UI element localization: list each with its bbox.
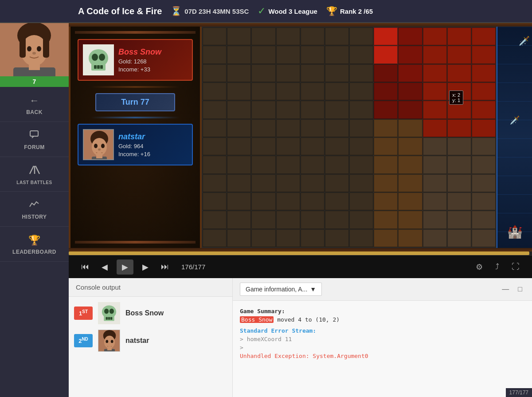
grid-cell [447, 174, 471, 192]
grid-cell [374, 138, 398, 155]
sidebar-item-forum[interactable]: FORUM [0, 122, 69, 157]
summary-player: Boss Snow [240, 316, 274, 323]
grid-cell [349, 229, 373, 247]
error-line: Unhandled Exception: System.Argument0 [240, 353, 525, 359]
step-back-button[interactable]: ◀ [98, 260, 111, 274]
grid-cell [203, 83, 227, 100]
sidebar-item-last-battles[interactable]: LAST BATTLES [0, 157, 69, 192]
grid-cell [423, 138, 447, 155]
grid-cell [349, 46, 373, 63]
svg-point-32 [110, 309, 114, 314]
grid-cell [203, 101, 227, 118]
game-grid [202, 27, 497, 248]
grid-tooltip: x: 2 y: 1 [449, 90, 463, 105]
game-screen: Boss Snow Gold: 1268 Income: +33 Turn 77 [69, 27, 532, 248]
console-player2-name: natstar [125, 337, 149, 345]
grid-cell [203, 28, 227, 45]
grid-cell [301, 229, 325, 247]
stderr-header: Standard Error Stream: [240, 327, 525, 334]
settings-icon[interactable]: ⚙ [472, 260, 486, 274]
league-label: Wood 3 League [268, 8, 317, 15]
grid-cell [251, 229, 275, 247]
grid-cell [203, 211, 227, 228]
grid-cell [447, 138, 471, 155]
grid-cell [349, 156, 373, 173]
grid-cell [398, 64, 422, 82]
player2-name: natstar [118, 132, 188, 142]
grid-cell [349, 119, 373, 137]
console-player-row-2: 2ND [74, 330, 227, 352]
console-header: Console output [69, 278, 232, 297]
sidebar: 7 [0, 23, 69, 397]
game-controls: ⏮ ◀ ▶ ▶ ⏭ 176/177 ⚙ ⤴ ⛶ [69, 255, 532, 278]
grid-cell [251, 46, 275, 63]
grid-cell [398, 156, 422, 173]
grid-cell [251, 119, 275, 137]
play-button[interactable]: ▶ [117, 259, 133, 275]
rank-label: Rank 2 /65 [340, 8, 373, 15]
grid-cell [374, 211, 398, 228]
svg-point-25 [101, 144, 105, 148]
battles-icon [29, 165, 40, 177]
grid-cell [447, 119, 471, 137]
svg-point-7 [32, 52, 36, 55]
grid-cell [301, 174, 325, 192]
grid-cell [203, 174, 227, 192]
grid-cell [398, 28, 422, 45]
deco-divider1 [91, 86, 180, 88]
console-player1-avatar [98, 302, 120, 324]
grid-cell [325, 46, 349, 63]
grid-cell [374, 64, 398, 82]
grid-cell [301, 119, 325, 137]
step-forward-button[interactable]: ▶ [139, 260, 152, 274]
grid-cell [325, 28, 349, 45]
sidebar-item-back[interactable]: ← BACK [0, 87, 69, 122]
grid-cell [349, 83, 373, 100]
player1-name: Boss Snow [118, 47, 188, 57]
avatar-image [0, 23, 69, 76]
game-info-title-button[interactable]: Game information, A... ▼ [240, 283, 322, 296]
grid-cell [374, 193, 398, 210]
svg-rect-34 [108, 317, 110, 320]
header-title: A Code of Ice & Fire [78, 6, 162, 16]
sidebar-avatar: 7 [0, 23, 69, 76]
maximize-button[interactable]: □ [515, 284, 525, 294]
player2-avatar [83, 129, 114, 160]
timer-icon: ⏳ [171, 6, 182, 16]
grid-cell [276, 193, 300, 210]
skip-forward-button[interactable]: ⏭ [157, 260, 172, 273]
grid-cell [398, 174, 422, 192]
grid-cell [301, 193, 325, 210]
svg-point-26 [98, 149, 101, 151]
sidebar-item-leaderboard[interactable]: 🏆 LEADERBOARD [0, 227, 69, 262]
grid-cell [423, 83, 447, 100]
console-panel: Console output 1ST [69, 278, 233, 397]
stderr-line-2: > [240, 344, 525, 351]
grid-cell [472, 64, 496, 82]
grid-cell [325, 119, 349, 137]
grid-cell [301, 211, 325, 228]
turn-display: Turn 77 [95, 93, 175, 111]
grid-cell [472, 46, 496, 63]
share-icon[interactable]: ⤴ [492, 260, 503, 273]
svg-point-5 [27, 46, 31, 51]
minimize-button[interactable]: — [499, 284, 512, 294]
sidebar-item-history[interactable]: HISTORY [0, 192, 69, 227]
grid-cell [423, 28, 447, 45]
fullscreen-icon[interactable]: ⛶ [508, 260, 523, 273]
sidebar-item-label-leaderboard: LEADERBOARD [12, 249, 56, 255]
grid-cell [301, 64, 325, 82]
grid-cell [227, 156, 251, 173]
grid-cell [325, 64, 349, 82]
svg-point-6 [37, 46, 41, 51]
grid-cell [251, 174, 275, 192]
bottom-section: Console output 1ST [69, 278, 532, 397]
bottom-counter: 177/177 [506, 388, 532, 397]
skip-back-button[interactable]: ⏮ [78, 260, 93, 273]
progress-track-outer [69, 252, 532, 255]
grid-cell [472, 119, 496, 137]
svg-point-31 [104, 309, 109, 314]
svg-rect-28 [96, 153, 102, 158]
svg-rect-10 [30, 131, 38, 136]
grid-cell [276, 174, 300, 192]
